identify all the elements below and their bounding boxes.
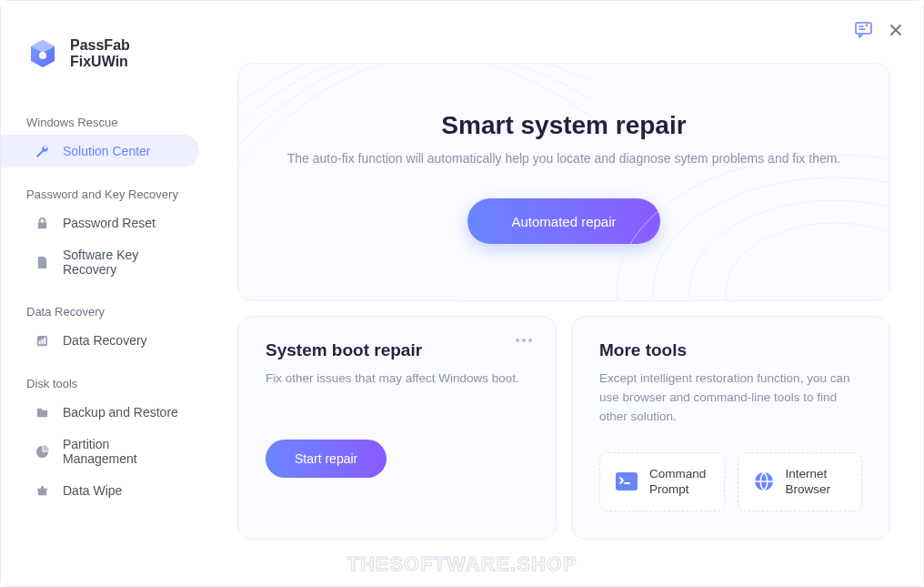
svg-rect-5: [41, 339, 43, 344]
sidebar-item-label: Data Wipe: [63, 483, 122, 498]
folder-icon: [34, 404, 50, 420]
boot-repair-card: System boot repair Fix other issues that…: [237, 316, 557, 540]
terminal-icon: [615, 469, 638, 494]
sidebar-section-label: Windows Rescue: [1, 106, 212, 135]
automated-repair-button[interactable]: Automated repair: [467, 198, 659, 244]
more-tools-card: More tools Except intelligent restoratio…: [571, 316, 890, 540]
hero-decoration: [238, 64, 889, 300]
sidebar-section-label: Password and Key Recovery: [1, 178, 212, 207]
sidebar-item-data-recovery[interactable]: Data Recovery: [1, 324, 212, 357]
boot-title: System boot repair: [266, 340, 528, 360]
sidebar-item-data-wipe[interactable]: Data Wipe: [1, 474, 212, 507]
sidebar-section-windows-rescue: Windows Rescue Solution Center: [1, 106, 212, 167]
pie-icon: [34, 443, 50, 460]
sidebar-section-password-key: Password and Key Recovery Password Reset…: [1, 178, 212, 285]
sidebar-item-password-reset[interactable]: Password Reset: [1, 207, 212, 239]
sidebar-section-label: Disk tools: [1, 368, 212, 396]
wrench-icon: [34, 143, 50, 159]
tool-internet-browser[interactable]: Internet Browser: [738, 452, 863, 511]
bars-icon: [34, 332, 50, 349]
svg-point-10: [726, 223, 889, 300]
svg-point-9: [689, 200, 889, 300]
boot-desc: Fix other issues that may affect Windows…: [266, 369, 528, 389]
tools-title: More tools: [599, 340, 862, 360]
sidebar-item-label: Backup and Restore: [63, 405, 178, 420]
sidebar-section-label: Data Recovery: [1, 296, 212, 324]
wipe-icon: [34, 482, 50, 499]
tool-command-prompt[interactable]: Command Prompt: [599, 452, 725, 511]
sidebar: PassFab FixUWin Windows Rescue Solution …: [1, 1, 212, 586]
brand-logo-icon: [26, 37, 59, 70]
sidebar-item-partition-management[interactable]: Partition Management: [1, 429, 212, 474]
tool-label: Internet Browser: [786, 466, 848, 498]
main-content: Smart system repair The auto-fix functio…: [212, 1, 923, 586]
svg-rect-0: [856, 23, 871, 34]
hero-card: Smart system repair The auto-fix functio…: [237, 63, 890, 301]
svg-point-8: [653, 177, 889, 300]
sidebar-item-label: Password Reset: [63, 216, 156, 230]
sidebar-item-backup-restore[interactable]: Backup and Restore: [1, 396, 212, 429]
brand: PassFab FixUWin: [1, 37, 212, 96]
sidebar-item-solution-center[interactable]: Solution Center: [1, 135, 199, 167]
sidebar-item-label: Partition Management: [63, 437, 186, 466]
lock-icon: [34, 215, 50, 231]
tools-desc: Except intelligent restoration function,…: [599, 369, 862, 427]
svg-point-2: [39, 52, 46, 59]
brand-name: PassFab FixUWin: [70, 37, 186, 70]
sidebar-section-data-recovery: Data Recovery Data Recovery: [1, 296, 212, 357]
app-window: PassFab FixUWin Windows Rescue Solution …: [0, 0, 924, 587]
globe-icon: [753, 469, 775, 494]
sidebar-section-disk-tools: Disk tools Backup and Restore Partition …: [1, 368, 212, 507]
svg-rect-11: [616, 472, 638, 491]
svg-point-1: [866, 25, 869, 27]
sidebar-item-software-key-recovery[interactable]: Software Key Recovery: [1, 239, 212, 285]
bottom-row: System boot repair Fix other issues that…: [237, 316, 890, 540]
start-repair-button[interactable]: Start repair: [266, 440, 387, 478]
hero-subtitle: The auto-fix function will automatically…: [275, 151, 853, 166]
feedback-icon[interactable]: [855, 22, 873, 42]
more-icon[interactable]: [516, 339, 532, 342]
svg-rect-6: [44, 337, 45, 344]
hero-title: Smart system repair: [275, 111, 853, 140]
sidebar-item-label: Software Key Recovery: [63, 248, 186, 277]
close-icon[interactable]: [889, 24, 902, 40]
tool-label: Command Prompt: [649, 466, 709, 498]
sidebar-item-label: Solution Center: [63, 144, 151, 158]
tool-grid: Command Prompt Internet Browser: [599, 452, 862, 511]
titlebar-controls: [855, 22, 902, 42]
sidebar-item-label: Data Recovery: [63, 333, 147, 348]
key-doc-icon: [34, 254, 50, 270]
svg-rect-4: [38, 340, 40, 344]
